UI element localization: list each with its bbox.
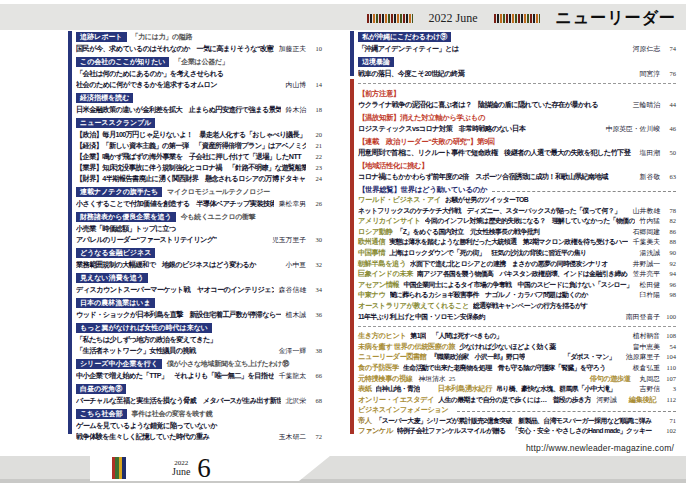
lifestyle-row: 生き方のヒント第1回「人間は死すべきもの」植村鞆音108 xyxy=(358,331,676,342)
section-label: 追跡レポート xyxy=(76,32,127,42)
toc-title: 【政治】毎月100万円じゃ足りないよ！ 暴走老人化する「おしゃべり議長」 xyxy=(76,129,306,140)
section-label: 財務諸表から優良企業を追う xyxy=(76,212,176,222)
toc-title: 特例子会社ファンケルスマイルが贈る 「安心・安全・やさしさのHand made」… xyxy=(397,426,660,437)
toc-title: コロナ禍にもかかわらず前年度の2倍 スポーツ合宿誘致に成功！和歌山県紀南地域 xyxy=(358,171,635,182)
toc-author: 森谷信雄 xyxy=(274,284,306,295)
world-row: オーストラリアが教えてくれること総選挙戦キャンペーンの行方を揺るがす xyxy=(358,301,676,312)
toc-page: 107 xyxy=(660,374,676,385)
company-name: 帝人 xyxy=(358,416,372,427)
toc-title: 吊り橋、豪快な水塊、群馬県「小中大滝」 xyxy=(496,384,635,395)
column-lead: ロシア動静 xyxy=(358,227,392,238)
world-row: 朝鮮半島を追う水面下で進む北とロシアとの連携 まさかの悪夢の同時侵攻シナリオ井野… xyxy=(358,259,676,270)
toc-row: 小売業「時価総額」トップに立つ xyxy=(76,223,322,234)
business-info-header: ビジネスインフォメーション xyxy=(358,405,676,416)
toc-entry: 見えない消費を追う ディスカウントスーパーマーケット戦 ヤオコーのインテリジェン… xyxy=(76,272,322,295)
toc-title: 上海はロックダウンで「死の街」 狂気の沙汰の背後に習近平の焦り xyxy=(389,248,634,259)
column-lead: 中東ナウ xyxy=(358,290,386,301)
toc-entry: 連載ナノテクの旗手たちマイクロモジュールテクノロジー 小さくすることで付加価値を… xyxy=(76,186,322,209)
toc-author: 松田健 xyxy=(635,280,660,291)
toc-author: 植村鞆音 xyxy=(628,331,660,342)
world-header-label: 【世界総覧】世界はどう動いているのか xyxy=(358,184,487,195)
toc-entry: この会社のここが知りたい「企業は公器だ」 「会社は何のためにあるのか」を考えさせ… xyxy=(76,56,322,90)
toc-row: バーチャルな至福と実生活を損なう脅威 メタバースが生み出す新世界は‥（下）北沢栄… xyxy=(76,395,322,406)
toc-row: 中小企業で増え始めた「TTP」 それよりも「唯一無二」を目指せ千葉龍太66 xyxy=(76,370,322,381)
section-note: 「力には力」の隘路 xyxy=(132,32,193,42)
toc-author: 中原英臣・佐川峻 xyxy=(601,123,660,134)
issue-number: 6 xyxy=(197,455,211,481)
toc-title: 少なければ少ないほどよく効く薬 xyxy=(459,342,628,353)
toc-page: 94 xyxy=(660,269,676,280)
dashed-divider xyxy=(358,326,676,327)
toc-page: 32 xyxy=(306,259,322,270)
toc-title: 用意周到で首相に、リクルート事件で短命政権 後継者の人選で最大の失敗を犯した竹下… xyxy=(358,147,635,158)
toc-author: 三輪晴治 xyxy=(628,99,660,110)
toc-page: 71 xyxy=(660,416,676,427)
toc-row: アパレルのリーダー“ファーストリテイリング”児玉万里子30 xyxy=(76,234,322,245)
toc-row: 戦争体験を生々しく記憶していた時代の重み玉木研二72 xyxy=(76,431,322,442)
issue-month: June xyxy=(172,467,190,477)
toc-author: 間宮淳 xyxy=(635,68,660,79)
red-section-label: 【前方注意】 xyxy=(358,88,676,99)
toc-author: 井野誠一 xyxy=(628,259,660,270)
toc-author: 笠井亮平 xyxy=(628,269,660,280)
toc-page: 68 xyxy=(306,395,322,406)
column-lead: 巨象インドの未来 xyxy=(358,269,413,280)
column-lead: 朝鮮半島を追う xyxy=(358,259,406,270)
toc-title: 「沖縄アイデンティティー」とは xyxy=(358,43,628,54)
toc-author: 千葉龍太 xyxy=(274,370,306,381)
toc-author: 乗松幸男 xyxy=(274,198,306,209)
toc-author: 南田登喜子 xyxy=(621,312,660,323)
toc-author: 神垣清水 xyxy=(416,374,445,385)
toc-title: 水面下で進む北とロシアとの連携 まさかの悪夢の同時侵攻シナリオ xyxy=(410,259,628,270)
toc-entry: 白昼の死角⑧ バーチャルな至福と実生活を損なう脅威 メタバースが生み出す新世界は… xyxy=(76,383,322,406)
column-lead: ニューリーダー図書館 xyxy=(358,352,427,363)
column-lead: 食の予防医学 xyxy=(358,363,399,374)
toc-page: 10 xyxy=(306,43,322,54)
toc-row: 用意周到で首相に、リクルート事件で短命政権 後継者の人選で最大の失敗を犯した竹下… xyxy=(358,147,676,158)
toc-title: 11年半ぶり利上げと中国・ソロモン安保条約 xyxy=(358,312,621,323)
toc-row: 「生活者ネットワーク」女性議員の挑戦金澤一輝38 xyxy=(76,345,322,356)
editors-note-label: 編集後記 xyxy=(629,395,656,406)
toc-title: 国民が今、求めているのはそれなのか 一気に高まりそうな“改憲”機運 xyxy=(76,43,274,54)
world-row: アセアン情報中国企業同士によるタイ市場の争奪戦 中国のスピードに負けない「スシロ… xyxy=(358,280,676,291)
toc-entry: こちら社会部事件は社会の変容を映す鏡 ゲームを見ているような錯覚に陥っていないか… xyxy=(76,408,322,442)
toc-row: 【経済】「新しい資本主義」の第一弾 「資産所得倍増プラン」はアベノミクス？21 xyxy=(76,140,322,151)
toc-title: 「Z」をめぐる国内対立 元女性検事長の戦争批判 xyxy=(396,227,627,238)
toc-title: 「ダボス・マン」 xyxy=(564,352,615,363)
toc-page: 21 xyxy=(306,140,322,151)
left-page-rule xyxy=(68,31,72,434)
dashed-divider xyxy=(358,83,676,84)
toc-title: 「会社は何のためにあるのか」を考えさせられる xyxy=(76,68,322,79)
red-section-label: 【地域活性化に挑む】 xyxy=(358,160,676,171)
section-label: 経済指標を読む xyxy=(76,93,133,103)
toc-author: 臼杵陽 xyxy=(635,290,660,301)
world-row: 巨象インドの未来南アジア各国を襲う物価高 パキスタン政権崩壊、インドは金融引き締… xyxy=(358,269,676,280)
toc-title: 【業界】知床沈没事故に伴う規制強化とコロナ禍 「針路不明瞭」な遊覧船業界 xyxy=(76,162,306,173)
toc-title: 中国企業同士によるタイ市場の争奪戦 中国のスピードに負けない「スシロー」 xyxy=(403,280,634,291)
right-page-rule-navy xyxy=(350,31,354,76)
column-lead: アセアン情報 xyxy=(358,280,399,291)
toc-title: ウッド・ショックが日本列島を直撃 新設住宅着工戸数が停滞なら一段沈む経済 xyxy=(76,309,281,320)
lifestyle-row: ニューリーダー図書館『職業政治家 小沢一郎』野口等「ダボス・マン」池原麻里子10… xyxy=(358,352,676,363)
toc-page: 102 xyxy=(660,426,676,437)
toc-row: 【財界】4半期報告書廃止に湧く関西財界 懸念されるロシアの万博ドタキャン24 xyxy=(76,173,322,184)
world-row: 中国事情上海はロックダウンで「死の街」 狂気の沙汰の背後に習近平の焦り湯浅誠90 xyxy=(358,248,676,259)
toc-title: ディスカウントスーパーマーケット戦 ヤオコーのインテリジェンス経営 xyxy=(76,284,274,295)
toc-page: 98 xyxy=(660,290,676,301)
red-section-label: 【温故知新】消えた対立軸から学ぶもの xyxy=(358,112,676,123)
toc-title: 社会のために何ができるかを追求するオムロン xyxy=(76,79,281,90)
column-lead: 未病を癒す 世界の伝統医療の旅 xyxy=(358,342,455,353)
business-info-row: 帝人「スーパー大麦」シリーズが累計販売2億食突破 新製品、台湾モスバーガー採用な… xyxy=(358,416,676,427)
section-label: シリーズ中小企業を行く xyxy=(76,359,162,369)
toc-author: 畠中恵美 xyxy=(628,342,660,353)
right-page-rule-red xyxy=(350,79,354,434)
toc-author: 板倉弘重 xyxy=(628,363,660,374)
world-row: 欧州通信実態は薄氷を踏むような勝利だった大統領選 第2期マクロン政権を待ち受ける… xyxy=(358,237,676,248)
toc-page: 46 xyxy=(660,123,676,134)
section-label: 見えない消費を追う xyxy=(76,273,148,283)
toc-entry-commentary: 【地域活性化に挑む】 コロナ禍にもかかわらず前年度の2倍 スポーツ合宿誘致に成功… xyxy=(358,160,676,182)
toc-page: 82 xyxy=(660,216,676,227)
toc-entry: 財務諸表から優良企業を追う今も続くユニクロの衝撃 小売業「時価総額」トップに立つ… xyxy=(76,211,322,245)
toc-author: 玉木研二 xyxy=(274,431,306,442)
lifestyle-row: 表紙白神山地・青池日本列島湧水紀行吊り橋、豪快な水塊、群馬県「小中大滝」吉野信3 xyxy=(358,384,676,395)
